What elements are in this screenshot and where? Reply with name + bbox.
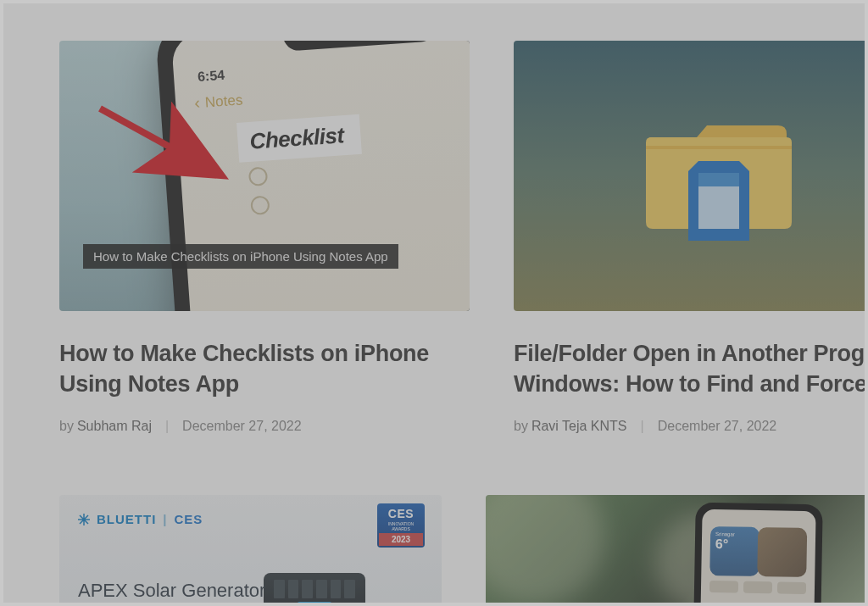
article-thumbnail[interactable]	[514, 41, 868, 311]
product-name: APEX Solar Generator	[78, 580, 265, 602]
article-thumbnail[interactable]: 6:54 ‹ Notes Checklist	[59, 41, 470, 311]
article-meta: by Ravi Teja KNTS | December 27, 2022	[514, 419, 868, 434]
thumbnail-tooltip: How to Make Checklists on iPhone Using N…	[83, 244, 398, 269]
phone-time: 6:54	[198, 68, 225, 85]
article-title[interactable]: File/Folder Open in Another Program Wind…	[514, 338, 868, 400]
article-card[interactable]: File/Folder Open in Another Program Wind…	[514, 41, 868, 434]
article-card[interactable]: 6:54 ‹ Notes Checklist	[59, 41, 470, 434]
article-author[interactable]: Subham Raj	[77, 419, 152, 434]
articles-grid-row: BLUETTI | CES CES INNOVATION AWARDS 2023…	[59, 495, 868, 606]
article-author[interactable]: Ravi Teja KNTS	[531, 419, 627, 434]
article-date: December 27, 2022	[658, 419, 777, 434]
photo-widget	[757, 527, 807, 577]
svg-rect-2	[698, 173, 739, 186]
bluetti-logo: BLUETTI | CES	[78, 512, 203, 526]
product-image	[264, 573, 365, 606]
article-thumbnail[interactable]: BLUETTI | CES CES INNOVATION AWARDS 2023…	[59, 495, 442, 606]
checkbox-empty	[248, 167, 268, 186]
phone-mockup: 6:54 ‹ Notes Checklist	[154, 41, 470, 311]
article-thumbnail[interactable]: Srinagar 6°	[486, 495, 868, 606]
phone-mockup: Srinagar 6°	[693, 503, 822, 606]
file-explorer-icon	[634, 108, 804, 244]
checkbox-empty	[250, 195, 270, 214]
article-meta: by Subham Raj | December 27, 2022	[59, 419, 470, 434]
articles-grid: 6:54 ‹ Notes Checklist	[0, 0, 868, 434]
article-date: December 27, 2022	[182, 419, 302, 434]
weather-widget: Srinagar 6°	[709, 526, 760, 576]
phone-back-nav: ‹ Notes	[193, 90, 243, 113]
ces-badge: CES INNOVATION AWARDS 2023	[377, 503, 425, 548]
article-title[interactable]: How to Make Checklists on iPhone Using N…	[59, 338, 470, 400]
checklist-highlight: Checklist	[236, 114, 362, 163]
